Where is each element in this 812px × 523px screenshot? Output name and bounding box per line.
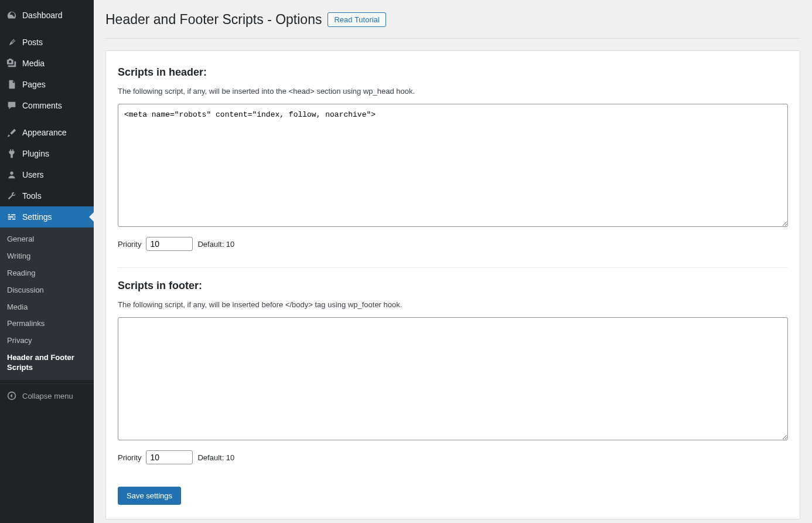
collapse-icon (6, 390, 18, 402)
header-default-label: Default: 10 (197, 240, 234, 249)
sidebar-item-label: Comments (22, 101, 62, 110)
sidebar-item-label: Users (22, 170, 44, 179)
sidebar-item-users[interactable]: Users (0, 164, 94, 185)
submenu-general[interactable]: General (0, 231, 94, 248)
sidebar-item-appearance[interactable]: Appearance (0, 122, 94, 143)
header-scripts-input[interactable]: <meta name="robots" content="index, foll… (118, 104, 788, 227)
footer-scripts-section: Scripts in footer: The following script,… (118, 267, 788, 476)
collapse-label: Collapse menu (22, 392, 73, 400)
header-priority-label: Priority (118, 240, 141, 249)
header-section-title: Scripts in header: (118, 66, 788, 79)
brush-icon (6, 127, 18, 138)
footer-priority-input[interactable] (146, 450, 193, 464)
header-scripts-section: Scripts in header: The following script,… (118, 60, 788, 263)
sidebar-item-media[interactable]: Media (0, 53, 94, 74)
read-tutorial-button[interactable]: Read Tutorial (327, 12, 385, 27)
submenu-writing[interactable]: Writing (0, 248, 94, 265)
tools-icon (6, 190, 18, 202)
sidebar-item-label: Media (22, 59, 45, 68)
submenu-reading[interactable]: Reading (0, 265, 94, 282)
footer-section-desc: The following script, if any, will be in… (118, 300, 788, 309)
users-icon (6, 169, 18, 181)
settings-submenu: General Writing Reading Discussion Media… (0, 227, 94, 380)
sidebar-item-label: Settings (22, 212, 52, 222)
footer-priority-row: Priority Default: 10 (118, 450, 788, 464)
sidebar-item-label: Pages (22, 80, 46, 89)
main-content: Header and Footer Scripts - Options Read… (94, 0, 812, 523)
admin-sidebar: Dashboard Posts Media Pages Comments App… (0, 0, 94, 523)
sidebar-item-label: Tools (22, 191, 42, 201)
sidebar-item-label: Plugins (22, 149, 49, 158)
plugin-icon (6, 148, 18, 159)
submenu-privacy[interactable]: Privacy (0, 332, 94, 349)
sidebar-item-label: Appearance (22, 128, 67, 137)
header-priority-row: Priority Default: 10 (118, 237, 788, 251)
settings-card: Scripts in header: The following script,… (105, 50, 800, 519)
submenu-permalinks[interactable]: Permalinks (0, 315, 94, 332)
footer-default-label: Default: 10 (197, 453, 234, 462)
settings-icon (6, 211, 18, 223)
submenu-header-footer-scripts[interactable]: Header and Footer Scripts (0, 349, 94, 376)
dashboard-icon (6, 9, 18, 21)
sidebar-item-settings[interactable]: Settings (0, 206, 94, 227)
sidebar-item-tools[interactable]: Tools (0, 185, 94, 206)
sidebar-item-pages[interactable]: Pages (0, 74, 94, 95)
footer-section-title: Scripts in footer: (118, 280, 788, 292)
sidebar-item-dashboard[interactable]: Dashboard (0, 5, 94, 26)
page-header: Header and Footer Scripts - Options Read… (105, 6, 800, 39)
header-section-desc: The following script, if any, will be in… (118, 87, 788, 96)
collapse-menu[interactable]: Collapse menu (0, 383, 94, 407)
sidebar-item-comments[interactable]: Comments (0, 95, 94, 116)
page-icon (6, 79, 18, 90)
save-settings-button[interactable]: Save settings (118, 487, 181, 505)
sidebar-item-label: Posts (22, 38, 43, 47)
comment-icon (6, 100, 18, 111)
submenu-discussion[interactable]: Discussion (0, 282, 94, 299)
media-icon (6, 57, 18, 69)
footer-priority-label: Priority (118, 453, 141, 462)
page-title: Header and Footer Scripts - Options (105, 12, 322, 28)
pin-icon (6, 36, 18, 48)
header-priority-input[interactable] (146, 237, 193, 251)
footer-scripts-input[interactable] (118, 317, 788, 440)
sidebar-item-plugins[interactable]: Plugins (0, 143, 94, 164)
sidebar-item-posts[interactable]: Posts (0, 32, 94, 53)
submenu-media[interactable]: Media (0, 299, 94, 316)
sidebar-item-label: Dashboard (22, 11, 63, 20)
